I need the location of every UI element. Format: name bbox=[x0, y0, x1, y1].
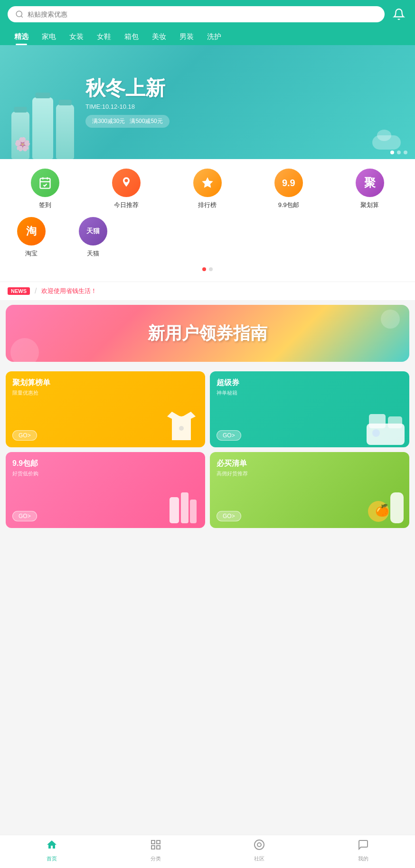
card-1-label: 聚划算榜单 限量优惠抢 bbox=[12, 378, 50, 396]
svg-rect-9 bbox=[388, 416, 402, 428]
paihang-icon-circle bbox=[193, 169, 222, 197]
quick-icon-tuijian[interactable]: 今日推荐 bbox=[107, 169, 145, 209]
card-2-title: 超级券 bbox=[217, 378, 239, 388]
card-4-label: 必买清单 高佣好货推荐 bbox=[217, 459, 248, 477]
nav-tab-jiadian[interactable]: 家电 bbox=[35, 28, 63, 45]
card-2-label: 超级券 神单秘籍 bbox=[217, 378, 239, 396]
svg-rect-8 bbox=[369, 414, 386, 428]
tuijian-icon-circle bbox=[112, 169, 141, 197]
nav-tab-nvzhuang[interactable]: 女装 bbox=[63, 28, 90, 45]
news-divider: / bbox=[35, 287, 37, 295]
coupon-decor-1 bbox=[381, 310, 400, 329]
main-banner[interactable]: 🌸 秋冬上新 TIME:10.12-10.18 满300减30元 满500减50… bbox=[0, 45, 415, 159]
quick-icons-row-2: 淘 淘宝 天猫 天猫 bbox=[5, 217, 410, 258]
svg-text:🍊: 🍊 bbox=[375, 503, 389, 517]
99-label: 9.9包邮 bbox=[278, 201, 299, 209]
quick-icon-qiandao[interactable]: 签到 bbox=[26, 169, 64, 209]
99-icon-circle: 9.9 bbox=[274, 169, 303, 197]
card-4-go-btn[interactable]: GO> bbox=[217, 511, 241, 521]
page-indicator bbox=[5, 265, 410, 277]
svg-point-6 bbox=[179, 426, 184, 431]
nav-tab-nanzhuang[interactable]: 男装 bbox=[173, 28, 200, 45]
svg-rect-11 bbox=[170, 497, 179, 523]
banner-promo: 满300减30元 满500减50元 bbox=[85, 115, 170, 128]
qiandao-icon-circle bbox=[31, 169, 59, 197]
nav-tab-nvxie[interactable]: 女鞋 bbox=[90, 28, 118, 45]
juhesuan-label: 聚划算 bbox=[360, 201, 379, 209]
notification-icon[interactable] bbox=[390, 6, 407, 23]
card-3-subtitle: 好货低价购 bbox=[12, 470, 38, 477]
bottom-spacer bbox=[0, 533, 415, 566]
flower-decoration: 🌸 bbox=[14, 136, 31, 152]
banner-dot-3 bbox=[404, 151, 407, 154]
juhesuan-icon-circle: 聚 bbox=[356, 169, 384, 197]
qiandao-label: 签到 bbox=[39, 201, 51, 209]
banner-dot-2 bbox=[397, 151, 401, 154]
page-dot-active bbox=[202, 267, 206, 271]
quick-icons-row-1: 签到 今日推荐 排行榜 9.9 9.9包邮 bbox=[5, 169, 410, 209]
quick-icon-juhesuan[interactable]: 聚 聚划算 bbox=[351, 169, 389, 209]
product-card-99youbao[interactable]: 9.9包邮 好货低价购 GO> bbox=[6, 452, 205, 528]
quick-icons-section: 签到 今日推荐 排行榜 9.9 9.9包邮 bbox=[0, 159, 415, 282]
quick-icon-tianmao[interactable]: 天猫 天猫 bbox=[74, 217, 112, 258]
taobao-label: 淘宝 bbox=[25, 249, 38, 258]
card-4-image: 🍊 bbox=[362, 471, 409, 528]
product-card-supercoupon[interactable]: 超级券 神单秘籍 GO> bbox=[210, 371, 409, 447]
svg-point-10 bbox=[372, 429, 380, 437]
card-3-go-btn[interactable]: GO> bbox=[12, 511, 37, 521]
tianmao-label: 天猫 bbox=[87, 249, 99, 258]
nav-tab-meizhuang[interactable]: 美妆 bbox=[145, 28, 173, 45]
banner-cosmetics: 🌸 bbox=[0, 55, 85, 159]
card-2-subtitle: 神单秘籍 bbox=[217, 389, 239, 396]
product-card-juhesuan[interactable]: 聚划算榜单 限量优惠抢 GO> bbox=[6, 371, 205, 447]
card-4-title: 必买清单 bbox=[217, 459, 248, 469]
news-badge: NEWS bbox=[8, 287, 30, 295]
svg-rect-2 bbox=[40, 179, 50, 189]
card-4-subtitle: 高佣好货推荐 bbox=[217, 470, 248, 477]
banner-title: 秋冬上新 bbox=[85, 76, 406, 100]
banner-dot-1 bbox=[390, 151, 394, 154]
tianmao-icon-circle: 天猫 bbox=[79, 217, 107, 245]
news-text: 欢迎使用省钱生活！ bbox=[41, 287, 97, 295]
quick-icon-paihang[interactable]: 排行榜 bbox=[189, 169, 226, 209]
nav-tab-jingxuan[interactable]: 精选 bbox=[8, 28, 35, 45]
paihang-label: 排行榜 bbox=[198, 201, 217, 209]
tuijian-label: 今日推荐 bbox=[114, 201, 139, 209]
quick-icon-taobao[interactable]: 淘 淘宝 bbox=[12, 217, 50, 258]
page-dot-inactive bbox=[209, 267, 213, 271]
cosmetic-bottle-2 bbox=[32, 97, 53, 159]
coupon-banner[interactable]: 新用户领券指南 bbox=[6, 305, 409, 362]
banner-cloud bbox=[372, 135, 401, 150]
header: 精选 家电 女装 女鞋 箱包 美妆 男装 洗护 bbox=[0, 0, 415, 45]
taobao-icon-circle: 淘 bbox=[17, 217, 46, 245]
svg-rect-14 bbox=[390, 492, 404, 523]
card-3-title: 9.9包邮 bbox=[12, 459, 38, 469]
cosmetic-bottle-1 bbox=[11, 112, 29, 159]
coupon-banner-text: 新用户领券指南 bbox=[148, 322, 267, 345]
card-1-image bbox=[158, 390, 205, 447]
banner-time: TIME:10.12-10.18 bbox=[85, 103, 406, 110]
nav-tab-xiangbao[interactable]: 箱包 bbox=[118, 28, 145, 45]
product-grid: 聚划算榜单 限量优惠抢 GO> 超级券 神单秘籍 GO> bbox=[0, 367, 415, 533]
card-1-subtitle: 限量优惠抢 bbox=[12, 389, 50, 396]
coupon-decor-2 bbox=[10, 338, 39, 362]
svg-rect-13 bbox=[190, 500, 197, 523]
card-2-go-btn[interactable]: GO> bbox=[217, 430, 241, 441]
cosmetic-bottle-3 bbox=[56, 104, 74, 159]
svg-line-1 bbox=[21, 16, 22, 17]
search-input[interactable] bbox=[28, 10, 377, 18]
search-icon bbox=[15, 10, 24, 19]
svg-point-0 bbox=[16, 11, 22, 17]
search-bar bbox=[8, 6, 407, 23]
banner-dots bbox=[390, 151, 407, 154]
quick-icon-99[interactable]: 9.9 9.9包邮 bbox=[270, 169, 308, 209]
nav-tab-xihu[interactable]: 洗护 bbox=[200, 28, 228, 45]
news-ticker: NEWS / 欢迎使用省钱生活！ bbox=[0, 282, 415, 300]
card-1-go-btn[interactable]: GO> bbox=[12, 430, 37, 441]
search-wrapper[interactable] bbox=[8, 6, 385, 22]
card-2-image bbox=[362, 390, 409, 447]
svg-rect-12 bbox=[181, 492, 189, 523]
product-card-bimailist[interactable]: 必买清单 高佣好货推荐 GO> 🍊 bbox=[210, 452, 409, 528]
card-1-title: 聚划算榜单 bbox=[12, 378, 50, 388]
nav-tabs: 精选 家电 女装 女鞋 箱包 美妆 男装 洗护 bbox=[8, 28, 407, 45]
